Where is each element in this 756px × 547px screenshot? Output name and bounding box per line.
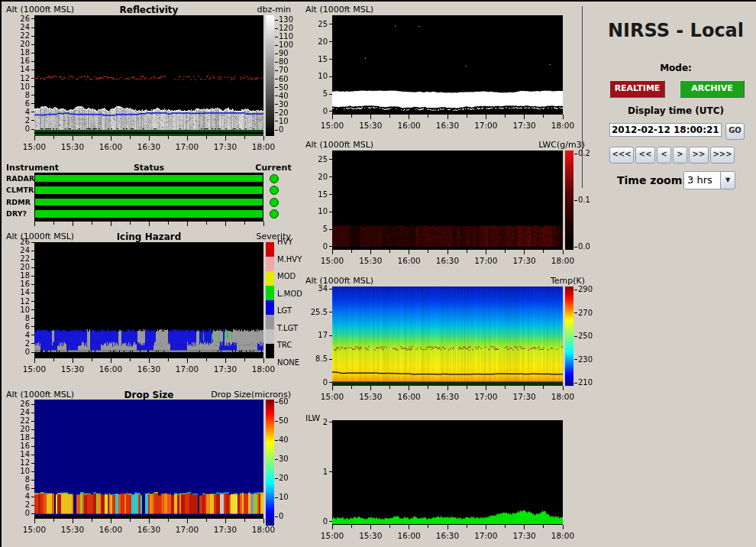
y-tick	[31, 309, 34, 310]
y-tick-label: 20	[2, 425, 30, 433]
x-tick-label: 15:00	[18, 364, 51, 374]
nav-button-5[interactable]: >>>	[710, 147, 735, 163]
x-tick	[206, 136, 207, 139]
colorbar-tick-label: 290	[578, 285, 593, 293]
x-tick	[225, 519, 226, 523]
y-tick	[329, 76, 332, 77]
y-tick-label: 8.5	[300, 354, 328, 363]
x-tick-label: 17:00	[469, 256, 502, 265]
x-tick-label: 17:30	[508, 256, 541, 265]
nirss-window: NIRSS - Local Mode: REALTIME ARCHIVE Dis…	[0, 0, 756, 547]
x-tick	[130, 222, 131, 225]
colorbar-tick	[275, 130, 278, 131]
x-tick	[543, 115, 544, 118]
y-tick	[31, 438, 34, 439]
x-tick	[351, 386, 352, 389]
y-tick-label: 5	[300, 225, 328, 233]
y-tick	[31, 343, 34, 344]
y-tick-label: 10	[2, 83, 30, 91]
display-time-input[interactable]	[609, 123, 722, 137]
x-tick-label: 16:00	[393, 121, 426, 130]
x-tick-label: 17:00	[170, 364, 204, 374]
go-button[interactable]: GO	[725, 123, 745, 140]
colorbar-tick	[275, 28, 278, 29]
colorbar-tick	[275, 53, 278, 54]
x-tick	[111, 358, 111, 363]
y-tick-label: 16	[2, 57, 30, 65]
x-tick	[389, 115, 390, 118]
colorbar-tick	[574, 312, 577, 313]
x-tick	[168, 358, 169, 361]
y-tick	[31, 480, 34, 481]
y-tick	[31, 284, 34, 285]
y-tick	[31, 86, 34, 87]
reflectivity-colorbar	[266, 15, 274, 136]
x-tick-label: 18:00	[546, 256, 580, 265]
y-tick-label: 20	[2, 40, 30, 48]
x-tick	[524, 115, 525, 119]
x-tick	[73, 519, 73, 523]
x-tick-label: 16:30	[431, 531, 464, 540]
y-tick	[329, 312, 332, 312]
x-tick-label: 15:00	[315, 392, 349, 401]
severity-segment	[266, 300, 274, 315]
x-tick-label: 18:00	[247, 525, 280, 534]
y-tick	[329, 24, 332, 24]
dropsize-plot	[34, 400, 263, 519]
colorbar-tick	[275, 459, 278, 460]
y-tick	[31, 251, 34, 251]
colorbar-tick	[275, 104, 278, 105]
y-tick-label: 4	[2, 108, 30, 116]
y-tick-label: 16	[2, 442, 30, 450]
x-tick-label: 16:30	[132, 525, 166, 534]
x-tick-label: 16:00	[94, 525, 128, 534]
severity-label: M.HVY	[277, 255, 302, 264]
y-tick	[329, 359, 332, 360]
nav-button-4[interactable]: >>	[689, 147, 709, 163]
colorbar-tick	[275, 440, 278, 441]
y-tick	[31, 488, 34, 489]
nav-button-1[interactable]: <<	[635, 147, 655, 163]
y-tick	[31, 318, 34, 319]
x-tick	[34, 358, 35, 363]
x-tick-label: 18:00	[546, 531, 580, 540]
realtime-button[interactable]: REALTIME	[609, 80, 665, 98]
archive-button[interactable]: ARCHIVE	[680, 80, 745, 98]
x-tick	[428, 386, 428, 389]
y-tick-label: 26	[2, 15, 30, 23]
x-tick	[73, 222, 73, 226]
x-tick	[130, 519, 131, 522]
x-tick	[34, 136, 35, 141]
x-tick-label: 15:30	[56, 364, 89, 374]
x-tick-label: 16:00	[393, 531, 426, 540]
x-tick-label: 16:30	[431, 256, 464, 265]
x-tick	[524, 250, 525, 254]
x-tick-label: 15:30	[354, 121, 387, 130]
x-tick	[332, 386, 333, 390]
x-tick	[187, 519, 188, 523]
colorbar-tick	[574, 154, 577, 154]
x-tick-label: 15:30	[354, 531, 387, 540]
nav-button-0[interactable]: <<<	[609, 147, 634, 163]
y-tick-label: 4	[2, 331, 30, 339]
x-tick-label: 17:30	[208, 364, 242, 374]
chevron-down-icon[interactable]: ▼	[720, 172, 735, 189]
x-tick-label: 16:00	[393, 392, 426, 401]
nav-button-2[interactable]: <	[657, 147, 671, 163]
y-tick-label: 10	[2, 467, 30, 475]
time-zoom-value: 3 hrs	[687, 174, 712, 186]
y-tick	[31, 463, 34, 464]
colorbar-tick	[275, 497, 278, 498]
nav-button-3[interactable]: >	[673, 147, 687, 163]
severity-segment	[266, 242, 274, 257]
time-zoom-select[interactable]: 3 hrs ▼	[683, 171, 735, 189]
y-tick	[31, 455, 34, 455]
y-tick	[31, 335, 34, 335]
x-tick	[389, 386, 390, 389]
x-tick-label: 18:00	[247, 364, 280, 374]
y-tick-label: 6	[2, 99, 30, 108]
y-tick	[31, 242, 34, 243]
colorbar-tick	[275, 37, 278, 37]
x-tick-label: 16:00	[94, 364, 128, 374]
x-tick	[389, 250, 390, 253]
